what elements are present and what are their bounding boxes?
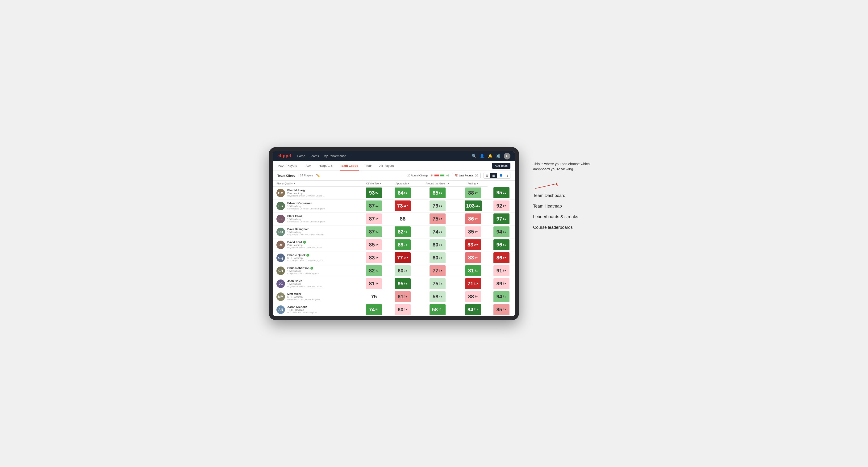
score-box: 80 3▲ bbox=[430, 239, 445, 250]
table-row: BM Blair McHarg Plus Handicap Royal Nort… bbox=[273, 186, 515, 199]
player-name: Aaron Nicholls bbox=[287, 305, 317, 309]
score-cell-putting: 95 9▲ bbox=[488, 186, 515, 199]
player-cell-1[interactable]: EC Edward Crossman 1-5 Handicap Sunningd… bbox=[273, 199, 359, 212]
score-value: 60 bbox=[398, 307, 403, 313]
score-cell-aroundGreen: 86 6▼ bbox=[459, 212, 488, 225]
score-box: 58 4▲ bbox=[430, 291, 445, 302]
score-cell-offTee: 73 11▼ bbox=[389, 199, 416, 212]
score-value: 85 bbox=[433, 190, 438, 196]
score-box: 85 3▼ bbox=[366, 239, 382, 250]
player-club: Gog Magog Golf Club, United Kingdom bbox=[287, 234, 324, 236]
plus-value: +5 bbox=[446, 174, 450, 177]
round-change-label: 20 Round Change bbox=[407, 174, 428, 177]
tab-tour[interactable]: Tour bbox=[365, 161, 372, 170]
player-club: Royal North Devon Golf Club, United King… bbox=[287, 247, 325, 249]
last-rounds-button[interactable]: 📅 Last Rounds: 20 bbox=[452, 173, 480, 178]
annotation-intro: This is where you can choose which dashb… bbox=[533, 161, 599, 172]
tab-all-players[interactable]: All Players bbox=[379, 161, 394, 170]
player-avatar: CQ bbox=[276, 253, 285, 262]
score-value: 60 bbox=[398, 268, 403, 274]
score-cell-offTee: 88 bbox=[389, 212, 416, 225]
player-cell-7[interactable]: JC Josh Coles 1-5 Handicap Royal North D… bbox=[273, 277, 359, 290]
settings-icon[interactable]: ⚙️ bbox=[496, 154, 500, 158]
tablet-screen: clippd Home Teams My Performance 🔍 👤 🔔 ⚙… bbox=[273, 151, 515, 316]
player-name: Chris Robertson ✓ bbox=[287, 267, 319, 270]
player-handicap: 6-10 Handicap bbox=[287, 257, 325, 259]
search-icon[interactable]: 🔍 bbox=[472, 154, 476, 158]
svg-line-0 bbox=[535, 184, 557, 188]
player-cell-5[interactable]: CQ Charlie Quick ✓ 6-10 Handicap St. Geo… bbox=[273, 251, 359, 264]
tab-hcaps[interactable]: Hcaps 1-5 bbox=[318, 161, 333, 170]
player-cell-0[interactable]: BM Blair McHarg Plus Handicap Royal Nort… bbox=[273, 186, 359, 199]
player-avatar: AN bbox=[276, 305, 285, 314]
player-name: Edward Crossman bbox=[287, 201, 325, 205]
score-cell-approach: 85 8▲ bbox=[416, 186, 459, 199]
score-box: 89 7▲ bbox=[395, 239, 411, 250]
view-list-button[interactable]: 👤 bbox=[497, 173, 505, 178]
score-box: 85 3▼ bbox=[465, 226, 481, 237]
player-info: Dave Billingham 1-5 Handicap Gog Magog G… bbox=[287, 228, 324, 236]
user-icon[interactable]: 👤 bbox=[480, 154, 485, 158]
player-handicap: Plus Handicap bbox=[287, 244, 325, 247]
player-cell-9[interactable]: AN Aaron Nicholls 11-15 Handicap Drift G… bbox=[273, 303, 359, 316]
option-leaderboards[interactable]: Leaderboards & streaks bbox=[533, 214, 599, 219]
bell-icon[interactable]: 🔔 bbox=[488, 154, 493, 158]
tab-pgat-players[interactable]: PGAT Players bbox=[277, 161, 298, 170]
view-sort-button[interactable]: ↕ bbox=[505, 173, 510, 178]
add-team-button[interactable]: Add Team bbox=[492, 163, 510, 168]
score-value: 96 bbox=[497, 242, 502, 248]
score-cell-playerQuality: 75 bbox=[359, 290, 389, 303]
score-box: 83 10▼ bbox=[465, 239, 481, 250]
score-cell-playerQuality: 74 8▲ bbox=[359, 303, 389, 316]
player-cell-4[interactable]: DF David Ford ✓ Plus Handicap Royal Nort… bbox=[273, 238, 359, 251]
col-header-putting[interactable]: Putting ▼ bbox=[459, 181, 488, 187]
score-box: 83 6▼ bbox=[465, 252, 481, 263]
col-header-approach[interactable]: Approach ▼ bbox=[389, 181, 416, 187]
col-header-off-tee[interactable]: Off the Tee ▼ bbox=[359, 181, 389, 187]
table-row: CR Chris Robertson ✓ 1-5 Handicap Craigm… bbox=[273, 264, 515, 277]
score-cell-putting: 97 5▲ bbox=[488, 212, 515, 225]
change-bar bbox=[434, 175, 444, 177]
player-cell-2[interactable]: EE Elliot Ebert 1-5 Handicap Sunningdale… bbox=[273, 212, 359, 225]
nav-links: Home Teams My Performance bbox=[297, 153, 466, 159]
player-avatar: DB bbox=[276, 228, 285, 236]
nav-home[interactable]: Home bbox=[297, 153, 305, 159]
view-heatmap-button[interactable]: ▦ bbox=[490, 173, 497, 178]
score-value: 103 bbox=[466, 203, 475, 209]
score-box: 84 21▲ bbox=[465, 304, 481, 315]
view-grid-button[interactable]: ⊞ bbox=[484, 173, 490, 178]
player-cell-3[interactable]: DB Dave Billingham 1-5 Handicap Gog Mago… bbox=[273, 225, 359, 238]
score-box: 75 bbox=[366, 291, 382, 302]
option-team-heatmap[interactable]: Team Heatmap bbox=[533, 204, 599, 209]
score-box: 95 9▲ bbox=[493, 187, 509, 198]
score-value: 85 bbox=[468, 229, 474, 235]
player-name: Charlie Quick ✓ bbox=[287, 253, 325, 257]
score-box: 75 3▼ bbox=[430, 214, 445, 224]
player-club: Drift Golf Club, United Kingdom bbox=[287, 311, 317, 314]
nav-my-performance[interactable]: My Performance bbox=[323, 153, 346, 159]
score-cell-putting: 94 1▲ bbox=[488, 225, 515, 238]
col-header-player[interactable]: Player Quality ▼ bbox=[273, 181, 359, 187]
round-change-section: 20 Round Change -5 +5 bbox=[407, 174, 450, 177]
player-avatar: MM bbox=[276, 292, 285, 301]
bar-red bbox=[434, 175, 439, 177]
score-cell-putting: 91 3▼ bbox=[488, 264, 515, 277]
table-area: Player Quality ▼ Off the Tee ▼ bbox=[273, 181, 515, 316]
score-cell-offTee: 95 8▲ bbox=[389, 277, 416, 290]
nav-teams[interactable]: Teams bbox=[310, 153, 319, 159]
col-header-around-green[interactable]: Around the Green ▼ bbox=[416, 181, 459, 187]
option-course-leaderboards[interactable]: Course leaderboards bbox=[533, 225, 599, 230]
player-cell-6[interactable]: CR Chris Robertson ✓ 1-5 Handicap Craigm… bbox=[273, 264, 359, 277]
tab-team-clippd[interactable]: Team Clippd bbox=[340, 161, 359, 170]
avatar[interactable]: U bbox=[504, 153, 510, 159]
player-cell-8[interactable]: MM Matt Miller 6-10 Handicap Woburn Golf… bbox=[273, 290, 359, 303]
player-avatar: BM bbox=[276, 189, 285, 197]
score-value: 97 bbox=[497, 216, 502, 222]
tablet-frame: clippd Home Teams My Performance 🔍 👤 🔔 ⚙… bbox=[269, 147, 519, 320]
edit-icon[interactable]: ✏️ bbox=[316, 174, 320, 177]
player-handicap: Plus Handicap bbox=[287, 192, 325, 195]
score-value: 87 bbox=[369, 229, 375, 235]
table-row: MM Matt Miller 6-10 Handicap Woburn Golf… bbox=[273, 290, 515, 303]
tab-pga[interactable]: PGA bbox=[304, 161, 311, 170]
score-value: 58 bbox=[432, 307, 437, 313]
